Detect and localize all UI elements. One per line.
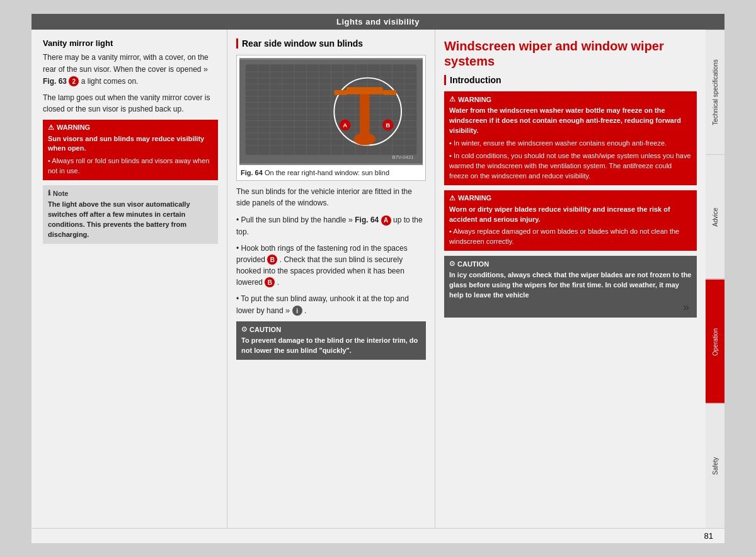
note-text: The light above the sun visor automatica… — [48, 200, 213, 240]
caution-header-right: ⊙ CAUTION — [449, 260, 692, 268]
warning-bullet-right-2: • Always replace damaged or worn blades … — [449, 227, 692, 247]
svg-rect-30 — [360, 95, 370, 137]
tab-advice[interactable]: Advice — [706, 154, 724, 279]
right-intro-title: Introduction — [444, 75, 697, 85]
fig-caption: Fig. 64 On the rear right-hand window: s… — [239, 168, 423, 178]
right-column: Windscreen wiper and window wiper system… — [435, 30, 706, 528]
left-para-2: The lamp goes out when the vanity mirror… — [43, 92, 218, 115]
warning-text-1: Sun visors and sun blinds may reduce vis… — [48, 134, 213, 154]
warning-bullet-1: • Always roll or fold sun blinds and vis… — [48, 156, 213, 176]
svg-text:A: A — [343, 122, 347, 129]
warning-header-right-2: ⚠ WARNING — [449, 194, 692, 202]
caution-circle-icon-mid: ⊙ — [241, 325, 247, 333]
svg-text:B7V-0421: B7V-0421 — [392, 154, 414, 160]
warning-triangle-icon-r2: ⚠ — [449, 194, 455, 202]
warning-header-1: ⚠ WARNING — [48, 123, 213, 132]
page-footer: 81 — [32, 528, 724, 543]
note-header: ℹ Note — [48, 189, 213, 197]
svg-rect-32 — [334, 90, 347, 95]
info-circle-icon: ℹ — [48, 189, 50, 197]
warning-bullet-right-1b: • In cold conditions, you should not use… — [449, 151, 692, 181]
header-title: Lights and visibility — [336, 17, 420, 26]
svg-rect-33 — [383, 90, 396, 95]
left-section-title: Vanity mirror light — [43, 38, 218, 48]
mid-bullet-1: • Pull the sun blind by the handle » Fig… — [236, 214, 426, 238]
svg-point-31 — [353, 133, 375, 145]
caution-text-right: In icy conditions, always check that the… — [449, 270, 692, 301]
page-content: Vanity mirror light There may be a vanit… — [32, 30, 724, 528]
caution-circle-icon-right: ⊙ — [449, 260, 455, 268]
circle-2: 2 — [69, 76, 79, 86]
caution-box-mid: ⊙ CAUTION To prevent damage to the blind… — [236, 321, 426, 360]
caution-box-right: ⊙ CAUTION In icy conditions, always chec… — [444, 256, 697, 318]
tab-technical-specifications[interactable]: Technical specifications — [706, 30, 724, 154]
middle-column: Rear side window sun blinds — [227, 30, 435, 528]
note-box-1: ℹ Note The light above the sun visor aut… — [43, 185, 218, 244]
side-tabs: Technical specifications Advice Operatio… — [706, 30, 724, 528]
mid-bullet-2: • Hook both rings of the fastening rod i… — [236, 243, 426, 288]
tab-safety[interactable]: Safety — [706, 403, 724, 528]
fig-image: A B B7V-0421 — [239, 58, 423, 165]
circle-a: A — [381, 215, 391, 226]
mid-section-title: Rear side window sun blinds — [236, 38, 426, 49]
continue-arrow: » — [449, 301, 692, 314]
svg-text:B: B — [386, 122, 390, 129]
warning-triangle-icon-r1: ⚠ — [449, 95, 455, 103]
left-column: Vanity mirror light There may be a vanit… — [32, 30, 227, 528]
warning-bullet-right-1a: • In winter, ensure the windscreen washe… — [449, 139, 692, 149]
warning-text-right-2: Worn or dirty wiper blades reduce visibi… — [449, 205, 692, 225]
right-main-title: Windscreen wiper and window wiper system… — [444, 38, 697, 69]
circle-info: i — [292, 306, 302, 316]
warning-box-right-2: ⚠ WARNING Worn or dirty wiper blades red… — [444, 190, 697, 251]
fig-box: A B B7V-0421 Fig. 64 On the rear right-h… — [236, 55, 426, 181]
arrow-icon-2: » — [348, 215, 353, 224]
left-para-1: There may be a vanity mirror, with a cov… — [43, 52, 218, 87]
mid-bullet-3: • To put the sun blind away, unhook it a… — [236, 293, 426, 317]
warning-box-right-1: ⚠ WARNING Water from the windscreen wash… — [444, 91, 697, 185]
tab-operation[interactable]: Operation — [706, 279, 724, 404]
caution-header-mid: ⊙ CAUTION — [241, 325, 421, 333]
circle-b1: B — [267, 255, 277, 265]
caution-text-mid: To prevent damage to the blind or the in… — [241, 336, 421, 356]
svg-rect-29 — [346, 87, 383, 95]
page-number: 81 — [704, 531, 713, 541]
warning-header-right-1: ⚠ WARNING — [449, 95, 692, 103]
sun-blind-svg: A B B7V-0421 — [239, 58, 423, 165]
mid-text-1: The sun blinds for the vehicle interior … — [236, 186, 426, 209]
page-container: Lights and visibility Vanity mirror ligh… — [32, 14, 724, 543]
warning-text-right-1: Water from the windscreen washer water b… — [449, 106, 692, 136]
page-header: Lights and visibility — [32, 14, 724, 30]
warning-box-1: ⚠ WARNING Sun visors and sun blinds may … — [43, 120, 218, 181]
circle-b2: B — [265, 277, 275, 287]
arrow-icon: » — [203, 64, 208, 74]
warning-triangle-icon: ⚠ — [48, 123, 54, 132]
arrow-icon-3: » — [285, 306, 290, 315]
